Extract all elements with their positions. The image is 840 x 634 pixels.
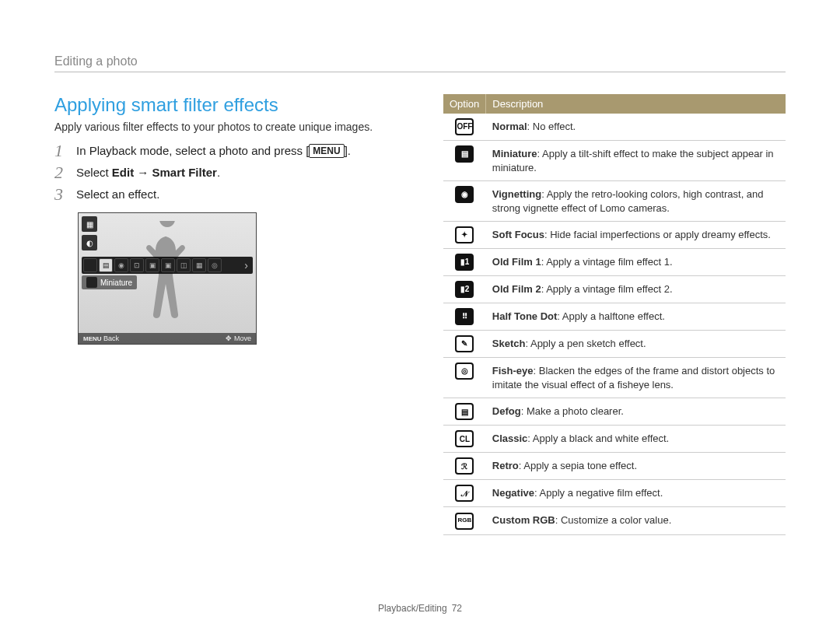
step-1-text: In Playback mode, select a photo and pre… — [76, 144, 351, 158]
selected-filter-label: Miniature — [82, 275, 137, 289]
table-row: ▮1 Old Film 1: Apply a vintage film effe… — [443, 249, 786, 276]
filter-icon: ▦ — [192, 258, 206, 272]
table-row: ▤ Miniature: Apply a tilt-shift effect t… — [443, 141, 786, 181]
retro-icon: ℛ — [455, 457, 474, 475]
miniature-icon — [86, 277, 97, 288]
filter-options-table: Option Description OFF Normal: No effect… — [443, 94, 786, 535]
filter-icon-miniature: ▤ — [99, 258, 113, 272]
classic-icon: CL — [455, 430, 474, 447]
negative-icon: 𝒩 — [455, 485, 474, 502]
old-film-1-icon: ▮1 — [455, 254, 474, 271]
more-icon: › — [241, 259, 251, 271]
camera-screenshot: ▦ ◐ ▤ ◉ ⊡ ▣ ▣ ◫ ▦ ◎ › Miniature — [78, 212, 257, 345]
table-row: ℛ Retro: Apply a sepia tone effect. — [443, 453, 786, 480]
soft-focus-icon: ✦ — [455, 226, 474, 243]
cam-move: ✥ Move — [226, 335, 251, 342]
th-description: Description — [486, 94, 786, 114]
filter-icon: ▣ — [161, 258, 175, 272]
table-row: RGB Custom RGB: Customize a color value. — [443, 507, 786, 534]
cam-back: MENU Back — [83, 335, 119, 342]
step-number: 1 — [54, 142, 67, 159]
defog-icon: ▤ — [455, 403, 474, 420]
table-row: ✦ Soft Focus: Hide facial imperfections … — [443, 222, 786, 249]
filter-icon — [83, 258, 97, 272]
menu-key: MENU — [309, 144, 344, 158]
normal-icon: OFF — [455, 118, 474, 135]
step-2-text: Select Edit → Smart Filter. — [76, 166, 220, 179]
sidebar-icon: ▦ — [82, 216, 97, 232]
table-row: ✎ Sketch: Apply a pen sketch effect. — [443, 331, 786, 358]
filter-icon: ▣ — [145, 258, 159, 272]
sidebar-icon: ◐ — [82, 235, 97, 250]
filter-icon: ⊡ — [130, 258, 144, 272]
breadcrumb: Editing a photo — [54, 54, 786, 72]
vignetting-icon: ◉ — [455, 186, 474, 203]
filter-icon: ◫ — [177, 258, 191, 272]
halftone-icon: ⠿ — [455, 308, 474, 325]
filter-icon: ◉ — [114, 258, 128, 272]
old-film-2-icon: ▮2 — [455, 281, 474, 298]
section-title: Applying smart filter effects — [54, 94, 397, 116]
page-footer: Playback/Editing72 — [0, 603, 840, 614]
th-option: Option — [443, 94, 486, 114]
miniature-icon: ▤ — [455, 145, 474, 163]
fisheye-icon: ◎ — [455, 363, 474, 380]
filter-icon: ◎ — [208, 258, 222, 272]
step-number: 2 — [54, 164, 67, 181]
step-3-text: Select an effect. — [76, 187, 159, 201]
child-silhouette — [140, 221, 194, 330]
custom-rgb-icon: RGB — [455, 513, 474, 530]
table-row: ▤ Defog: Make a photo clearer. — [443, 398, 786, 426]
table-row: ⠿ Half Tone Dot: Apply a halftone effect… — [443, 303, 786, 331]
intro-text: Apply various filter effects to your pho… — [54, 121, 397, 133]
filter-icon-row: ▤ ◉ ⊡ ▣ ▣ ◫ ▦ ◎ › — [82, 257, 253, 274]
table-row: ◉ Vignetting: Apply the retro-looking co… — [443, 181, 786, 222]
table-row: 𝒩 Negative: Apply a negative film effect… — [443, 480, 786, 507]
sketch-icon: ✎ — [455, 335, 474, 352]
table-row: OFF Normal: No effect. — [443, 114, 786, 141]
step-number: 3 — [54, 186, 67, 203]
table-row: ◎ Fish-eye: Blacken the edges of the fra… — [443, 358, 786, 398]
table-row: CL Classic: Apply a black and white effe… — [443, 426, 786, 453]
table-row: ▮2 Old Film 2: Apply a vintage film effe… — [443, 276, 786, 303]
